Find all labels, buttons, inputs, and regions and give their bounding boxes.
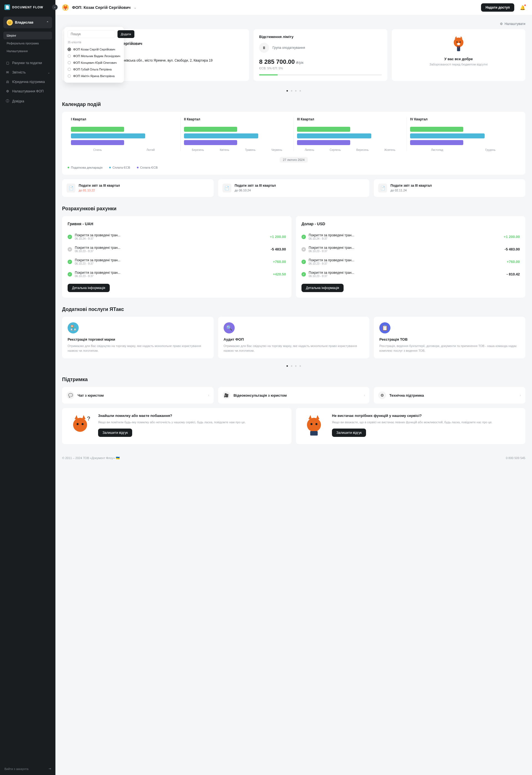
client-list: ФОП Козак Сергій Сергійович ФОП Мельник … <box>68 46 121 79</box>
detail-button[interactable]: Детальна інформація <box>68 284 110 292</box>
dot[interactable] <box>300 90 301 91</box>
grant-access-button[interactable]: Надати доступ <box>481 3 514 12</box>
nav-item[interactable]: ⓘ Довідка <box>2 96 53 106</box>
client-name: ФОП Козак Сергій Сергійович <box>73 48 115 51</box>
add-button[interactable]: Додати <box>117 30 134 38</box>
transaction-row[interactable]: ✓ Покриття за проведені тран... 06.10.23… <box>301 268 520 281</box>
dot[interactable] <box>287 365 288 367</box>
service-icon: 📋 <box>379 322 390 333</box>
task-card[interactable]: 📄 Подати звіт за ІІІ квартал до 06.10.24 <box>218 179 370 197</box>
nav-item[interactable]: ⚙ Налаштування ФОП <box>2 86 53 96</box>
chevron-down-icon[interactable]: ⌄ <box>134 6 136 9</box>
quarter-label: І Квартал <box>71 117 177 121</box>
logo-row: 📄 DOCUMENT FLOW ‹ <box>0 0 55 14</box>
service-card[interactable]: 🔍 Аудит ФОП Отримаємо для Вас свідоцтво … <box>218 317 370 358</box>
subnav-sharing[interactable]: Шерінг <box>3 32 52 39</box>
check-icon: ✓ <box>68 235 72 239</box>
subnav-referral[interactable]: Реферальна програма <box>3 39 52 47</box>
support-title: Чат з юристом <box>78 393 205 397</box>
user-name: Владислав <box>15 21 44 24</box>
support-card[interactable]: ⚙ Технічна підтримка › <box>374 387 525 404</box>
service-card[interactable]: 📋 Реєстрація ТОВ Реєстрація, ведення бух… <box>374 317 525 358</box>
document-icon: 📄 <box>222 183 231 192</box>
svg-text:?: ? <box>87 415 90 422</box>
support-icon: ⚙ <box>378 391 386 399</box>
task-cards: 📄 Подати звіт за ІІІ квартал до 01.13.22… <box>62 179 525 197</box>
top-cards: Додати 35 клієнтів ФОП Козак Сергій Серг… <box>62 29 525 81</box>
radio-icon <box>68 68 71 71</box>
client-option[interactable]: ФОП Мельник Вадим Леонідович <box>68 53 121 59</box>
dot[interactable] <box>291 90 292 91</box>
leave-feedback-button[interactable]: Залишити відгук <box>98 429 132 437</box>
service-card[interactable]: 🏪 Реєстрація торгової марки Отримаємо дл… <box>62 317 214 358</box>
radio-icon <box>68 48 71 51</box>
nav-item[interactable]: ✉ Звітність ⌄ <box>2 68 53 77</box>
dot[interactable] <box>295 365 296 367</box>
nav-item[interactable]: ⚖ Юридична підтримка <box>2 77 53 86</box>
nav-label: Довідка <box>12 99 24 103</box>
user-block[interactable]: 😊 Владислав ⌃ <box>3 17 52 28</box>
client-name: ФОП Губай Ольга Петрівна <box>73 68 112 71</box>
subnav-settings[interactable]: Налаштування <box>3 47 52 55</box>
client-name: ФОП Концевич Юрій Олегович <box>73 61 117 64</box>
tx-date: 06.10.23 - 9:37 <box>309 262 504 265</box>
radio-icon <box>68 61 71 64</box>
configure-label: Налаштувати <box>505 22 525 26</box>
tx-title: Покриття за проведені тран... <box>309 271 504 275</box>
nav-item[interactable]: ▢ Рахунки та податки <box>2 58 53 68</box>
tx-amount: +760.00 <box>273 260 286 264</box>
chevron-right-icon: › <box>364 393 365 397</box>
dot[interactable] <box>295 90 296 91</box>
tx-date: 06.10.23 - 9:37 <box>75 262 270 265</box>
client-option[interactable]: ФОП Нікітіч Ярина Вікторівна <box>68 73 121 79</box>
transaction-row[interactable]: ✓ Покриття за проведені тран... 06.10.24… <box>301 231 520 243</box>
month-label: Жовтень <box>384 148 395 151</box>
dot[interactable] <box>291 365 292 367</box>
configure-button[interactable]: ⚙ Налаштувати <box>500 22 525 26</box>
transaction-row[interactable]: ● Покриття за проведені тран... 06.10.23… <box>68 243 286 256</box>
dot[interactable] <box>287 90 288 91</box>
svg-point-18 <box>315 423 317 425</box>
status-card: У вас все добре Заборгованості перед бюд… <box>392 29 525 81</box>
tx-title: Покриття за проведені тран... <box>309 246 502 250</box>
dot[interactable] <box>300 365 301 367</box>
bar-esv-1 <box>71 133 145 138</box>
client-option[interactable]: ФОП Козак Сергій Сергійович <box>68 46 121 53</box>
transaction-row[interactable]: ✓ Покриття за проведені тран... 06.10.23… <box>68 268 286 281</box>
leave-feedback-button[interactable]: Залишити відгук <box>332 429 366 437</box>
tx-date: 06.10.24 - 9:37 <box>75 237 267 240</box>
task-card[interactable]: 📄 Подати звіт за ІІІ квартал до 01.13.22 <box>62 179 214 197</box>
bar-esv-2 <box>184 140 237 145</box>
detail-button[interactable]: Детальна інформація <box>301 284 344 292</box>
support-card[interactable]: 💬 Чат з юристом › <box>62 387 214 404</box>
tx-title: Покриття за проведені тран... <box>75 258 270 262</box>
nav-icon: ⓘ <box>6 99 9 103</box>
task-card[interactable]: 📄 Подати звіт за ІІІ квартал до 02.11.24 <box>374 179 525 197</box>
transaction-row[interactable]: ✓ Покриття за проведені тран... 06.10.23… <box>68 256 286 268</box>
client-option[interactable]: ФОП Концевич Юрій Олегович <box>68 59 121 66</box>
notifications-icon[interactable]: 🔔 <box>520 5 525 10</box>
months: ЛистопадГрудень <box>410 148 516 151</box>
sub-nav: Шерінг Реферальна програма Налаштування <box>3 32 52 55</box>
transaction-row[interactable]: ✓ Покриття за проведені тран... 06.10.24… <box>68 231 286 243</box>
client-option[interactable]: ФОП Губай Ольга Петрівна <box>68 66 121 73</box>
service-icon: 🔍 <box>224 322 235 333</box>
account-title: Гривня - UAH <box>68 222 286 226</box>
status-heading: У вас все добре <box>397 57 520 61</box>
support-card[interactable]: 🎥 Відеоконсультація з юристом › <box>218 387 370 404</box>
transaction-row[interactable]: ✓ Покриття за проведені тран... 06.10.23… <box>301 256 520 268</box>
nav-icon: ⚙ <box>6 89 9 93</box>
transaction-row[interactable]: ● Покриття за проведені тран... 06.10.23… <box>301 243 520 256</box>
tx-amount: +1 200.00 <box>504 235 520 239</box>
avatar-icon: 😊 <box>7 19 13 25</box>
client-count: 35 клієнтів <box>68 41 121 44</box>
tx-amount: +1 200.00 <box>270 235 286 239</box>
months: БерезеньКвітеньТравеньЧервень <box>184 148 290 151</box>
content: ⚙ Налаштувати Додати 35 клієнтів ФОП Коз… <box>55 15 532 451</box>
fox-illustration <box>449 35 468 54</box>
collapse-sidebar[interactable]: ‹ <box>52 4 58 10</box>
bar-esv-1 <box>184 133 258 138</box>
check-icon: ✓ <box>68 260 72 264</box>
search-input[interactable] <box>68 30 115 38</box>
bar-esv-1 <box>410 133 485 138</box>
